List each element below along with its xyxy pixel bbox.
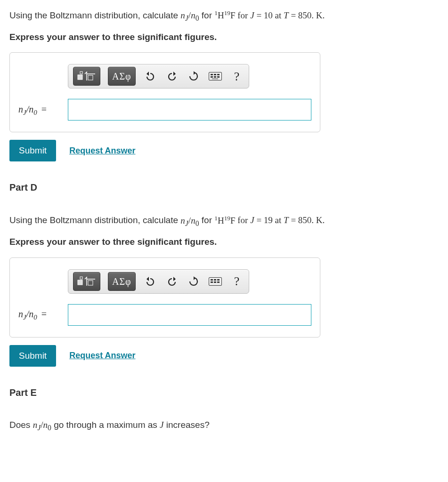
answer-box-part-c: ΑΣφ ? nJ/n0 =: [9, 52, 320, 132]
q-for: for: [199, 10, 215, 20]
symbols-label: ΑΣφ: [112, 69, 131, 83]
question-text-part-d: Using the Boltzmann distribution, calcul…: [9, 213, 439, 229]
reset-icon: [188, 71, 199, 81]
q-prefix: Using the Boltzmann distribution, calcul…: [9, 10, 180, 20]
symbols-label: ΑΣφ: [112, 274, 131, 289]
q-prefix-d: Using the Boltzmann distribution, calcul…: [9, 216, 180, 225]
help-label: ?: [234, 272, 240, 290]
reset-icon: [188, 276, 199, 287]
keyboard-icon: [209, 277, 222, 286]
help-button[interactable]: ?: [230, 274, 244, 289]
request-answer-link-part-c[interactable]: Request Answer: [69, 145, 135, 157]
formula-toolbar: ΑΣφ ?: [68, 64, 249, 88]
answer-input-part-d[interactable]: [68, 304, 311, 326]
undo-button[interactable]: [143, 274, 157, 289]
instruction-part-d: Express your answer to three significant…: [9, 235, 439, 249]
instruction-part-c: Express your answer to three significant…: [9, 31, 439, 44]
templates-button[interactable]: [73, 272, 100, 291]
redo-icon: [167, 72, 177, 81]
help-label: ?: [234, 67, 240, 86]
q-for-d: for: [199, 216, 215, 225]
symbols-button[interactable]: ΑΣφ: [108, 67, 136, 86]
reset-button[interactable]: [187, 69, 201, 83]
answer-box-part-d: ΑΣφ ? nJ/n0 =: [9, 257, 320, 337]
svg-rect-0: [78, 75, 82, 80]
answer-input-part-c[interactable]: [68, 99, 311, 120]
undo-button[interactable]: [143, 69, 157, 83]
part-d-heading: Part D: [9, 180, 439, 194]
keyboard-button[interactable]: [208, 274, 222, 289]
help-button[interactable]: ?: [230, 69, 244, 83]
reset-button[interactable]: [187, 274, 201, 289]
symbols-button[interactable]: ΑΣφ: [108, 272, 136, 291]
redo-button[interactable]: [165, 69, 179, 83]
svg-rect-1: [80, 72, 82, 74]
templates-icon: [77, 71, 96, 81]
submit-button-part-c[interactable]: Submit: [9, 140, 56, 161]
undo-icon: [145, 277, 155, 286]
redo-icon: [167, 277, 177, 286]
keyboard-icon: [209, 72, 222, 80]
keyboard-button[interactable]: [208, 69, 222, 83]
part-e-heading: Part E: [9, 386, 439, 400]
request-answer-link-part-d[interactable]: Request Answer: [69, 349, 135, 362]
svg-rect-2: [88, 75, 93, 80]
svg-rect-4: [80, 277, 82, 279]
redo-button[interactable]: [165, 274, 179, 289]
templates-icon: [77, 276, 96, 287]
answer-lhs: nJ/n0 =: [18, 102, 68, 118]
templates-button[interactable]: [73, 67, 100, 86]
svg-rect-3: [78, 280, 82, 285]
formula-toolbar-d: ΑΣφ ?: [68, 269, 249, 294]
question-text-part-e: Does nJ/n0 go through a maximum as J inc…: [9, 418, 439, 434]
undo-icon: [145, 72, 155, 81]
svg-rect-5: [88, 281, 93, 285]
question-text-part-c: Using the Boltzmann distribution, calcul…: [9, 8, 439, 24]
submit-button-part-d[interactable]: Submit: [9, 345, 56, 367]
answer-lhs-d: nJ/n0 =: [18, 307, 68, 323]
